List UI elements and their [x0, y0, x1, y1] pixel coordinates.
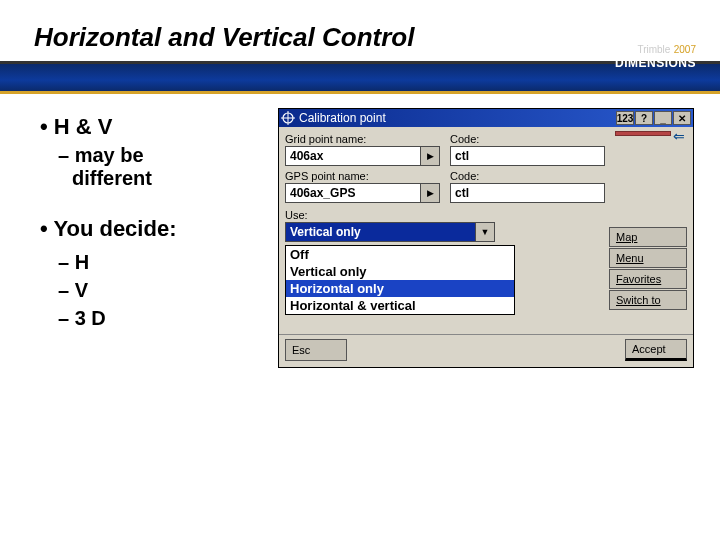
opt-h: – H: [58, 248, 176, 276]
code2-input[interactable]: ctl: [450, 183, 605, 203]
battery-gauge: ⇐: [615, 131, 687, 145]
form-body: ⇐ Grid point name: 406ax Code: ctl: [279, 127, 693, 334]
titlebar: Calibration point 123 ? _ ✕: [279, 109, 693, 127]
bullet-decide: • You decide:: [40, 216, 176, 242]
window-title: Calibration point: [299, 111, 615, 125]
brand-logo: Trimble 2007 DIMENSIONS: [615, 42, 696, 70]
favorites-button[interactable]: Favorites: [609, 269, 687, 289]
bottom-bar: Esc Accept: [279, 334, 693, 367]
opt-v: – V: [58, 276, 176, 304]
close-button[interactable]: ✕: [673, 111, 691, 125]
use-option-both[interactable]: Horizontal & vertical: [286, 297, 514, 314]
code1-label: Code:: [450, 133, 605, 145]
gps-point-label: GPS point name:: [285, 170, 440, 182]
decide-options: – H – V – 3 D: [40, 248, 176, 332]
sub1-line1: – may be: [58, 144, 144, 166]
gps-point-picker[interactable]: [420, 183, 440, 203]
minimize-button[interactable]: _: [654, 111, 672, 125]
code2-label: Code:: [450, 170, 605, 182]
header-bar: Trimble 2007 DIMENSIONS: [0, 64, 720, 94]
help-button[interactable]: ?: [635, 111, 653, 125]
switch-to-button[interactable]: Switch to: [609, 290, 687, 310]
opt-3d: – 3 D: [58, 304, 176, 332]
bullet-list: • H & V – may be different • You decide:…: [40, 114, 176, 332]
grid-point-picker[interactable]: [420, 146, 440, 166]
map-button[interactable]: Map: [609, 227, 687, 247]
side-buttons: Map Menu Favorites Switch to: [609, 227, 687, 310]
input-mode-button[interactable]: 123: [616, 111, 634, 125]
app-icon: [281, 111, 295, 125]
slide-title: Horizontal and Vertical Control: [0, 0, 720, 64]
bullet-hv: • H & V: [40, 114, 176, 140]
menu-button[interactable]: Menu: [609, 248, 687, 268]
grid-point-label: Grid point name:: [285, 133, 440, 145]
gps-point-input[interactable]: 406ax_GPS: [285, 183, 421, 203]
brand-product: DIMENSIONS: [615, 56, 696, 70]
use-dropdown-button[interactable]: [475, 222, 495, 242]
use-option-vertical[interactable]: Vertical only: [286, 263, 514, 280]
sub-bullet-maybe: – may be different: [58, 144, 176, 190]
signal-icon: ⇐: [673, 128, 685, 144]
use-label: Use:: [285, 209, 687, 221]
use-dropdown-list: Off Vertical only Horizontal only Horizo…: [285, 245, 515, 315]
titlebar-buttons: 123 ? _ ✕: [615, 111, 691, 125]
sub1-line2: different: [72, 167, 152, 189]
brand-year: 2007: [674, 44, 696, 55]
use-select[interactable]: Vertical only: [285, 222, 476, 242]
use-option-horizontal[interactable]: Horizontal only: [286, 280, 514, 297]
slide-body: • H & V – may be different • You decide:…: [0, 94, 720, 534]
brand-name: Trimble: [637, 44, 670, 55]
use-option-off[interactable]: Off: [286, 246, 514, 263]
grid-point-input[interactable]: 406ax: [285, 146, 421, 166]
accept-button[interactable]: Accept: [625, 339, 687, 361]
calibration-window: Calibration point 123 ? _ ✕ ⇐ Grid point…: [278, 108, 694, 368]
code1-input[interactable]: ctl: [450, 146, 605, 166]
esc-button[interactable]: Esc: [285, 339, 347, 361]
